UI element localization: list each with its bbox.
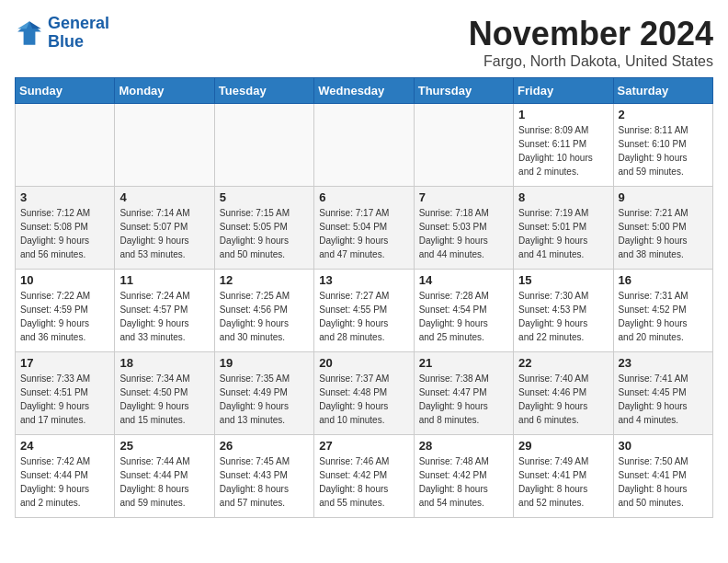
calendar-day-cell bbox=[115, 104, 214, 187]
day-number: 7 bbox=[419, 190, 508, 204]
day-number: 25 bbox=[119, 439, 209, 453]
title-area: November 2024 Fargo, North Dakota, Unite… bbox=[469, 15, 713, 70]
calendar-week-row: 24Sunrise: 7:42 AM Sunset: 4:44 PM Dayli… bbox=[16, 435, 713, 518]
calendar-day-cell: 15Sunrise: 7:30 AM Sunset: 4:53 PM Dayli… bbox=[514, 270, 613, 352]
calendar-day-cell: 20Sunrise: 7:37 AM Sunset: 4:48 PM Dayli… bbox=[314, 352, 414, 435]
day-number: 9 bbox=[619, 190, 708, 204]
day-number: 18 bbox=[119, 356, 209, 370]
day-info: Sunrise: 7:40 AM Sunset: 4:46 PM Dayligh… bbox=[518, 372, 608, 427]
calendar-day-cell: 17Sunrise: 7:33 AM Sunset: 4:51 PM Dayli… bbox=[16, 352, 115, 435]
weekday-header-cell: Monday bbox=[115, 78, 214, 104]
calendar-day-cell bbox=[214, 104, 313, 187]
day-info: Sunrise: 7:34 AM Sunset: 4:50 PM Dayligh… bbox=[119, 372, 209, 427]
calendar-day-cell: 26Sunrise: 7:45 AM Sunset: 4:43 PM Dayli… bbox=[214, 435, 313, 518]
day-info: Sunrise: 8:11 AM Sunset: 6:10 PM Dayligh… bbox=[619, 123, 708, 178]
day-number: 17 bbox=[20, 356, 109, 370]
calendar-day-cell: 28Sunrise: 7:48 AM Sunset: 4:42 PM Dayli… bbox=[414, 435, 513, 518]
day-info: Sunrise: 7:28 AM Sunset: 4:54 PM Dayligh… bbox=[419, 289, 508, 344]
day-number: 22 bbox=[518, 356, 608, 370]
day-number: 10 bbox=[20, 273, 109, 287]
day-info: Sunrise: 8:09 AM Sunset: 6:11 PM Dayligh… bbox=[518, 123, 608, 178]
day-info: Sunrise: 7:30 AM Sunset: 4:53 PM Dayligh… bbox=[518, 289, 608, 344]
day-number: 5 bbox=[220, 190, 309, 204]
calendar-day-cell: 10Sunrise: 7:22 AM Sunset: 4:59 PM Dayli… bbox=[16, 270, 115, 352]
calendar-day-cell: 4Sunrise: 7:14 AM Sunset: 5:07 PM Daylig… bbox=[115, 187, 214, 270]
weekday-header-cell: Sunday bbox=[16, 78, 115, 104]
calendar-day-cell: 23Sunrise: 7:41 AM Sunset: 4:45 PM Dayli… bbox=[613, 352, 712, 435]
day-info: Sunrise: 7:27 AM Sunset: 4:55 PM Dayligh… bbox=[319, 289, 408, 344]
weekday-header-cell: Thursday bbox=[414, 78, 513, 104]
header: General Blue November 2024 Fargo, North … bbox=[15, 15, 713, 70]
calendar-day-cell bbox=[314, 104, 414, 187]
day-number: 4 bbox=[119, 190, 209, 204]
day-info: Sunrise: 7:45 AM Sunset: 4:43 PM Dayligh… bbox=[220, 454, 309, 510]
location: Fargo, North Dakota, United States bbox=[469, 53, 713, 70]
svg-marker-0 bbox=[17, 21, 41, 45]
calendar-day-cell: 1Sunrise: 8:09 AM Sunset: 6:11 PM Daylig… bbox=[514, 104, 613, 187]
logo-icon bbox=[15, 18, 44, 48]
day-number: 3 bbox=[20, 190, 109, 204]
day-info: Sunrise: 7:25 AM Sunset: 4:56 PM Dayligh… bbox=[220, 289, 309, 344]
day-number: 15 bbox=[518, 273, 608, 287]
day-info: Sunrise: 7:14 AM Sunset: 5:07 PM Dayligh… bbox=[119, 206, 209, 261]
day-number: 28 bbox=[419, 439, 508, 453]
day-number: 30 bbox=[619, 439, 708, 453]
weekday-header-cell: Tuesday bbox=[214, 78, 313, 104]
day-info: Sunrise: 7:49 AM Sunset: 4:41 PM Dayligh… bbox=[518, 454, 608, 510]
day-info: Sunrise: 7:22 AM Sunset: 4:59 PM Dayligh… bbox=[20, 289, 109, 344]
day-info: Sunrise: 7:18 AM Sunset: 5:03 PM Dayligh… bbox=[419, 206, 508, 261]
calendar-day-cell: 29Sunrise: 7:49 AM Sunset: 4:41 PM Dayli… bbox=[514, 435, 613, 518]
day-number: 8 bbox=[518, 190, 608, 204]
calendar-day-cell: 3Sunrise: 7:12 AM Sunset: 5:08 PM Daylig… bbox=[16, 187, 115, 270]
day-number: 29 bbox=[518, 439, 608, 453]
calendar-day-cell: 2Sunrise: 8:11 AM Sunset: 6:10 PM Daylig… bbox=[613, 104, 712, 187]
day-info: Sunrise: 7:31 AM Sunset: 4:52 PM Dayligh… bbox=[619, 289, 708, 344]
day-number: 11 bbox=[119, 273, 209, 287]
calendar-week-row: 17Sunrise: 7:33 AM Sunset: 4:51 PM Dayli… bbox=[16, 352, 713, 435]
day-info: Sunrise: 7:19 AM Sunset: 5:01 PM Dayligh… bbox=[518, 206, 608, 261]
weekday-header-cell: Friday bbox=[514, 78, 613, 104]
calendar-day-cell bbox=[16, 104, 115, 187]
weekday-header-row: SundayMondayTuesdayWednesdayThursdayFrid… bbox=[16, 78, 713, 104]
day-info: Sunrise: 7:37 AM Sunset: 4:48 PM Dayligh… bbox=[319, 372, 408, 427]
calendar-day-cell: 7Sunrise: 7:18 AM Sunset: 5:03 PM Daylig… bbox=[414, 187, 513, 270]
calendar-day-cell: 11Sunrise: 7:24 AM Sunset: 4:57 PM Dayli… bbox=[115, 270, 214, 352]
day-info: Sunrise: 7:38 AM Sunset: 4:47 PM Dayligh… bbox=[419, 372, 508, 427]
calendar-day-cell: 22Sunrise: 7:40 AM Sunset: 4:46 PM Dayli… bbox=[514, 352, 613, 435]
day-number: 26 bbox=[220, 439, 309, 453]
day-info: Sunrise: 7:24 AM Sunset: 4:57 PM Dayligh… bbox=[119, 289, 209, 344]
day-number: 21 bbox=[419, 356, 508, 370]
day-number: 12 bbox=[220, 273, 309, 287]
calendar-day-cell bbox=[414, 104, 513, 187]
logo: General Blue bbox=[15, 15, 109, 52]
day-info: Sunrise: 7:17 AM Sunset: 5:04 PM Dayligh… bbox=[319, 206, 408, 261]
calendar-week-row: 10Sunrise: 7:22 AM Sunset: 4:59 PM Dayli… bbox=[16, 270, 713, 352]
day-number: 6 bbox=[319, 190, 408, 204]
day-number: 23 bbox=[619, 356, 708, 370]
calendar-day-cell: 24Sunrise: 7:42 AM Sunset: 4:44 PM Dayli… bbox=[16, 435, 115, 518]
calendar-week-row: 3Sunrise: 7:12 AM Sunset: 5:08 PM Daylig… bbox=[16, 187, 713, 270]
logo-text: General Blue bbox=[48, 15, 109, 52]
calendar-day-cell: 13Sunrise: 7:27 AM Sunset: 4:55 PM Dayli… bbox=[314, 270, 414, 352]
calendar-day-cell: 27Sunrise: 7:46 AM Sunset: 4:42 PM Dayli… bbox=[314, 435, 414, 518]
calendar-day-cell: 30Sunrise: 7:50 AM Sunset: 4:41 PM Dayli… bbox=[613, 435, 712, 518]
day-info: Sunrise: 7:42 AM Sunset: 4:44 PM Dayligh… bbox=[20, 454, 109, 510]
weekday-header-cell: Wednesday bbox=[314, 78, 414, 104]
day-number: 24 bbox=[20, 439, 109, 453]
day-info: Sunrise: 7:46 AM Sunset: 4:42 PM Dayligh… bbox=[319, 454, 408, 510]
day-number: 19 bbox=[220, 356, 309, 370]
calendar-day-cell: 19Sunrise: 7:35 AM Sunset: 4:49 PM Dayli… bbox=[214, 352, 313, 435]
calendar-body: 1Sunrise: 8:09 AM Sunset: 6:11 PM Daylig… bbox=[16, 104, 713, 518]
day-info: Sunrise: 7:44 AM Sunset: 4:44 PM Dayligh… bbox=[119, 454, 209, 510]
day-info: Sunrise: 7:33 AM Sunset: 4:51 PM Dayligh… bbox=[20, 372, 109, 427]
month-title: November 2024 bbox=[469, 15, 713, 53]
day-number: 14 bbox=[419, 273, 508, 287]
day-info: Sunrise: 7:35 AM Sunset: 4:49 PM Dayligh… bbox=[220, 372, 309, 427]
calendar-week-row: 1Sunrise: 8:09 AM Sunset: 6:11 PM Daylig… bbox=[16, 104, 713, 187]
weekday-header-cell: Saturday bbox=[613, 78, 712, 104]
day-number: 1 bbox=[518, 108, 608, 121]
calendar-day-cell: 14Sunrise: 7:28 AM Sunset: 4:54 PM Dayli… bbox=[414, 270, 513, 352]
calendar-day-cell: 8Sunrise: 7:19 AM Sunset: 5:01 PM Daylig… bbox=[514, 187, 613, 270]
calendar-day-cell: 21Sunrise: 7:38 AM Sunset: 4:47 PM Dayli… bbox=[414, 352, 513, 435]
day-info: Sunrise: 7:48 AM Sunset: 4:42 PM Dayligh… bbox=[419, 454, 508, 510]
